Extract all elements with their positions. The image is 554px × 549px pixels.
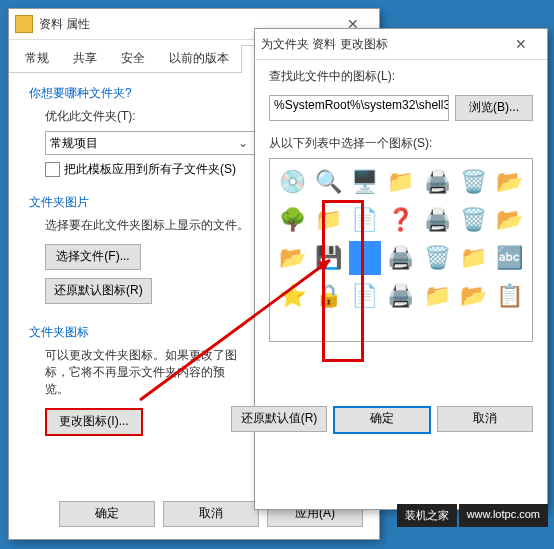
list-item[interactable]: 🖨️ xyxy=(421,165,453,199)
watermark-text: 装机之家 xyxy=(397,504,457,527)
list-item[interactable]: 📋 xyxy=(494,279,526,313)
watermark-url: www.lotpc.com xyxy=(459,504,548,527)
dialog-title: 为文件夹 资料 更改图标 xyxy=(261,36,501,53)
list-item[interactable]: 📁 xyxy=(421,279,453,313)
change-icon-button[interactable]: 更改图标(I)... xyxy=(45,408,143,436)
list-item[interactable]: 🖨️ xyxy=(385,241,417,275)
checkbox-label: 把此模板应用到所有子文件夹(S) xyxy=(64,161,236,178)
watermark: 装机之家 www.lotpc.com xyxy=(397,504,548,527)
list-item[interactable]: 📁 xyxy=(457,241,489,275)
select-file-button[interactable]: 选择文件(F)... xyxy=(45,244,141,270)
chevron-down-icon: ⌄ xyxy=(236,136,250,150)
list-item[interactable]: 📄 xyxy=(349,279,381,313)
list-item[interactable]: 🗑️ xyxy=(457,165,489,199)
icon-desc: 可以更改文件夹图标。如果更改了图标，它将不再显示文件夹内容的预览。 xyxy=(45,347,245,398)
list-item[interactable]: ❓ xyxy=(385,203,417,237)
list-item[interactable]: 📂 xyxy=(494,165,526,199)
combo-value: 常规项目 xyxy=(50,135,236,152)
restore-default-button[interactable]: 还原默认值(R) xyxy=(231,406,327,432)
list-item[interactable]: 🔤 xyxy=(494,241,526,275)
change-icon-dialog: 为文件夹 资料 更改图标 ✕ 查找此文件中的图标(L): %SystemRoot… xyxy=(254,28,548,510)
tab-previous[interactable]: 以前的版本 xyxy=(157,44,241,72)
list-item[interactable]: 📂 xyxy=(494,203,526,237)
list-item[interactable]: 📁 xyxy=(385,165,417,199)
restore-picture-button[interactable]: 还原默认图标(R) xyxy=(45,278,152,304)
list-item[interactable]: 🖥️ xyxy=(349,165,381,199)
list-item[interactable]: 🗑️ xyxy=(421,241,453,275)
icon-list[interactable]: 💿 🔍 🖥️ 📁 🖨️ 🗑️ 📂 🌳 📁 📄 ❓ 🖨️ 🗑️ 📂 📂 💾 xyxy=(269,158,533,342)
list-item[interactable]: 🔒 xyxy=(312,279,344,313)
list-item[interactable]: 💾 xyxy=(312,241,344,275)
checkbox-icon xyxy=(45,162,60,177)
list-item[interactable]: 🌳 xyxy=(276,203,308,237)
cancel-button[interactable]: 取消 xyxy=(163,501,259,527)
list-label: 从以下列表中选择一个图标(S): xyxy=(269,135,533,152)
ok-button[interactable]: 确定 xyxy=(333,406,431,434)
tab-general[interactable]: 常规 xyxy=(13,44,61,72)
browse-button[interactable]: 浏览(B)... xyxy=(455,95,533,121)
list-item[interactable]: 🔍 xyxy=(312,165,344,199)
ok-button[interactable]: 确定 xyxy=(59,501,155,527)
dialog-body: 查找此文件中的图标(L): %SystemRoot%\system32\shel… xyxy=(255,60,547,446)
tab-sharing[interactable]: 共享 xyxy=(61,44,109,72)
list-item[interactable]: ⭐ xyxy=(276,279,308,313)
tab-security[interactable]: 安全 xyxy=(109,44,157,72)
path-input[interactable]: %SystemRoot%\system32\shell32.dll xyxy=(269,95,449,121)
folder-icon xyxy=(15,15,33,33)
optimize-combo[interactable]: 常规项目 ⌄ xyxy=(45,131,255,155)
list-item[interactable]: 💿 xyxy=(276,165,308,199)
list-item[interactable] xyxy=(349,241,381,275)
titlebar: 为文件夹 资料 更改图标 ✕ xyxy=(255,29,547,60)
look-in-label: 查找此文件中的图标(L): xyxy=(269,68,533,85)
list-item[interactable]: 📄 xyxy=(349,203,381,237)
cancel-button[interactable]: 取消 xyxy=(437,406,533,432)
list-item[interactable]: 🗑️ xyxy=(457,203,489,237)
list-item[interactable]: 📂 xyxy=(457,279,489,313)
list-item[interactable]: 📂 xyxy=(276,241,308,275)
list-item[interactable]: 📁 xyxy=(312,203,344,237)
list-item[interactable]: 🖨️ xyxy=(385,279,417,313)
list-item[interactable]: 🖨️ xyxy=(421,203,453,237)
close-icon[interactable]: ✕ xyxy=(501,30,541,58)
